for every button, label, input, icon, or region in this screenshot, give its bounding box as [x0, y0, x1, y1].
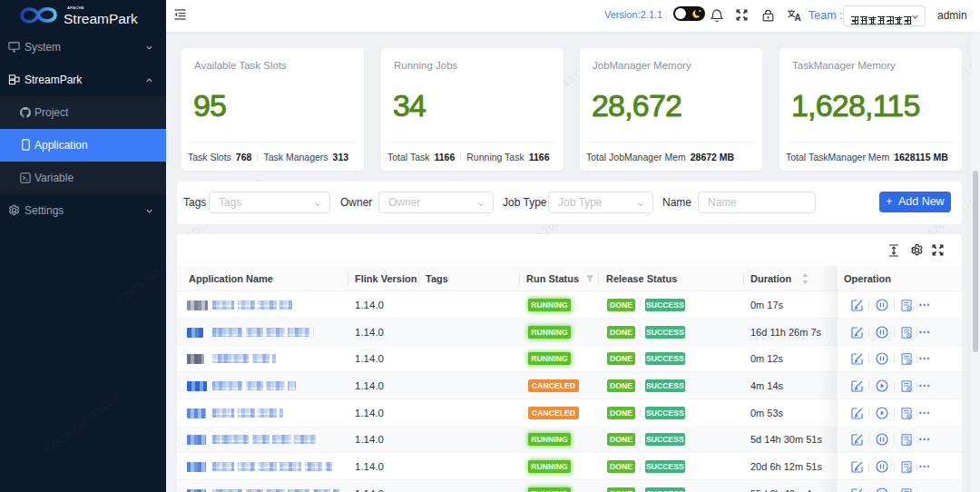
svg-text:A: A [795, 13, 801, 22]
